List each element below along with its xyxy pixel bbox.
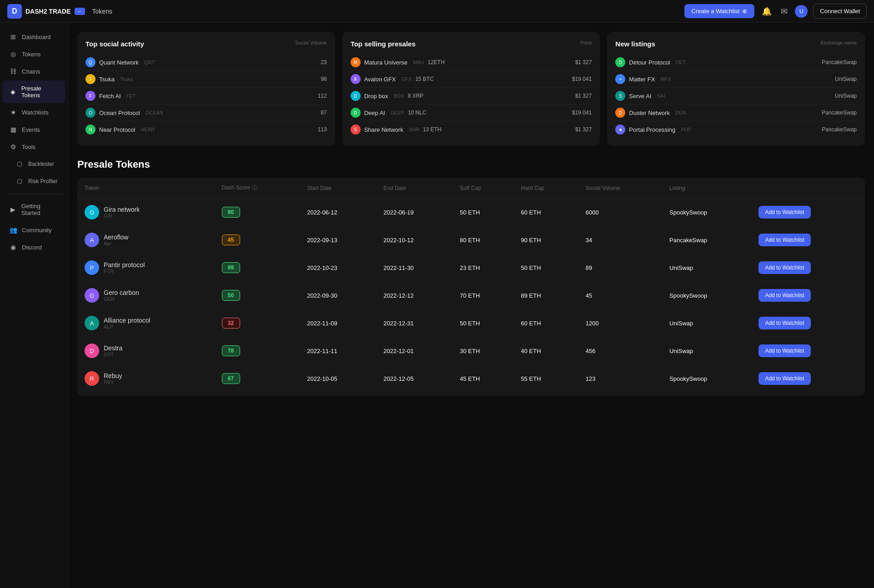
social-vol-cell: 6000 [578, 199, 662, 226]
presales-card: Top selling presales Price M Matura Univ… [342, 32, 600, 146]
social-activity-title: Top social activity [85, 40, 144, 48]
end-date-cell: 2022-12-31 [376, 309, 452, 337]
avatar: U [795, 5, 808, 18]
col-listing: Listing [662, 178, 751, 199]
action-cell[interactable]: Add to Watchlist [751, 365, 865, 393]
sidebar-item-community[interactable]: 👥 Community [3, 222, 65, 238]
soft-cap-cell: 50 ETH [452, 309, 513, 337]
watchlists-icon: ★ [9, 109, 17, 116]
token-symbol: BOX [393, 93, 404, 99]
start-date-cell: 2022-06-12 [300, 199, 376, 226]
end-date-cell: 2022-10-12 [376, 226, 452, 254]
sidebar-item-tokens[interactable]: ◎ Tokens [3, 46, 65, 62]
action-cell[interactable]: Add to Watchlist [751, 199, 865, 226]
sidebar-item-watchlists[interactable]: ★ Watchlists [3, 104, 65, 120]
action-cell[interactable]: Add to Watchlist [751, 226, 865, 254]
listing-item: D Duster Network DUN PancakeSwap [615, 105, 857, 121]
token-icon: Q [85, 57, 95, 67]
sidebar-item-discord[interactable]: ◉ Discord [3, 239, 65, 255]
add-to-watchlist-button[interactable]: Add to Watchlist [758, 344, 810, 357]
notification-button[interactable]: 🔔 [760, 5, 774, 18]
add-to-watchlist-button[interactable]: Add to Watchlist [758, 234, 810, 246]
connect-wallet-label: Connect Wallet [820, 8, 860, 15]
presale-icon: ◈ [9, 88, 17, 95]
token-cell-icon: D [85, 344, 99, 358]
add-to-watchlist-button[interactable]: Add to Watchlist [758, 317, 810, 329]
token-cell-name: Pantir protocol [104, 261, 145, 269]
token-cell-info: Aeroflow Aer [104, 234, 128, 246]
token-cell-name: Gero carbon [104, 289, 139, 296]
action-cell[interactable]: Add to Watchlist [751, 254, 865, 282]
connect-wallet-button[interactable]: Connect Wallet [813, 4, 867, 19]
token-cell-symbol: DST [104, 352, 122, 357]
new-listings-list: D Detour Protocol DET PancakeSwap + Matt… [615, 54, 857, 138]
token-name: Serve AI [629, 93, 651, 100]
token-cell-icon: G [85, 205, 99, 219]
social-activity-item: T Tsuka Tsuka 98 [85, 71, 327, 88]
start-date-cell: 2022-11-09 [300, 309, 376, 337]
token-cell-name: Aeroflow [104, 234, 128, 241]
add-to-watchlist-button[interactable]: Add to Watchlist [758, 289, 810, 302]
sidebar-item-backtester[interactable]: ⬡ Backtester [3, 156, 65, 172]
hard-cap-cell: 90 ETH [514, 226, 578, 254]
sidebar-item-chains[interactable]: ⛓ Chains [3, 63, 65, 80]
sidebar-item-presale-tokens[interactable]: ◈ Presale Tokens [3, 80, 65, 103]
table-header-row: Token Dash Score ⓘ Start Date End Date S… [77, 178, 865, 199]
token-icon: D [615, 57, 625, 67]
action-cell[interactable]: Add to Watchlist [751, 282, 865, 309]
watchlist-icon: ⊕ [742, 8, 747, 15]
dash-score-badge: 78 [222, 345, 240, 356]
token-icon: + [615, 74, 625, 84]
presale-item: D Deep AI DEEP 10 NLC $19 041 [351, 105, 592, 121]
token-cell-symbol: RBY [104, 379, 122, 385]
token-symbol: MAU [413, 60, 424, 65]
new-listings-card: New listings Exchange name D Detour Prot… [607, 32, 865, 146]
token-name: Avalon GFX [364, 76, 396, 83]
soft-cap-cell: 30 ETH [452, 337, 513, 365]
layout: ⊞ Dashboard ◎ Tokens ⛓ Chains ◈ Presale … [0, 23, 874, 588]
social-activity-item: N Near Protocol NEAR 113 [85, 121, 327, 138]
token-cell-symbol: GIR [104, 213, 140, 219]
mail-button[interactable]: ✉ [779, 5, 789, 18]
presale-eth: 15 BTC [415, 76, 434, 82]
sidebar-item-risk-profiler[interactable]: ⬡ Risk Profiler [3, 173, 65, 189]
sidebar-item-getting-started[interactable]: ▶ Getting Started [3, 198, 65, 221]
social-vol-cell: 123 [578, 365, 662, 393]
table-container: Token Dash Score ⓘ Start Date End Date S… [77, 178, 865, 396]
sidebar-label-events: Events [22, 126, 40, 133]
social-vol-cell: 1200 [578, 309, 662, 337]
action-cell[interactable]: Add to Watchlist [751, 309, 865, 337]
dash-score-cell: 50 [215, 282, 300, 309]
dash-score-badge: 99 [222, 262, 240, 273]
token-cell-icon: A [85, 233, 99, 247]
listing-item: D Detour Protocol DET PancakeSwap [615, 54, 857, 71]
token-symbol: DUN [675, 110, 686, 115]
dash-score-badge: 50 [222, 290, 240, 301]
add-to-watchlist-button[interactable]: Add to Watchlist [758, 372, 810, 385]
exchange-label: Exchange name [821, 40, 857, 45]
action-cell[interactable]: Add to Watchlist [751, 337, 865, 365]
token-symbol: DET [676, 60, 686, 65]
sidebar-label-chains: Chains [22, 68, 40, 75]
listing-cell: UniSwap [662, 309, 751, 337]
create-watchlist-button[interactable]: Create a Watchlist ⊕ [684, 4, 755, 18]
token-symbol: QNT [144, 60, 155, 65]
col-soft-cap: Soft Cap [452, 178, 513, 199]
token-cell-symbol: ALP [104, 324, 151, 329]
sidebar-item-dashboard[interactable]: ⊞ Dashboard [3, 29, 65, 45]
token-icon: D [351, 108, 361, 118]
exchange-name: PancakeSwap [822, 110, 857, 116]
add-to-watchlist-button[interactable]: Add to Watchlist [758, 206, 810, 219]
table-row: P Pantir protocol PTR 99 2022-10-23 2022… [77, 254, 865, 282]
sidebar-item-tools[interactable]: ⚙ Tools [3, 139, 65, 155]
social-volume-label: Social Volume [295, 40, 327, 45]
topnav: D DASH2 TRADE ← Tokens Create a Watchlis… [0, 0, 874, 23]
presale-eth: 8 XRP [408, 93, 424, 99]
hard-cap-cell: 40 ETH [514, 337, 578, 365]
sidebar-item-events[interactable]: ▦ Events [3, 121, 65, 138]
add-to-watchlist-button[interactable]: Add to Watchlist [758, 261, 810, 274]
dash-score-badge: 32 [222, 318, 240, 329]
token-cell-name: Rebuy [104, 372, 122, 379]
token-cell: A Alliance protocol ALP [77, 309, 215, 337]
nav-badge[interactable]: ← [75, 8, 85, 15]
